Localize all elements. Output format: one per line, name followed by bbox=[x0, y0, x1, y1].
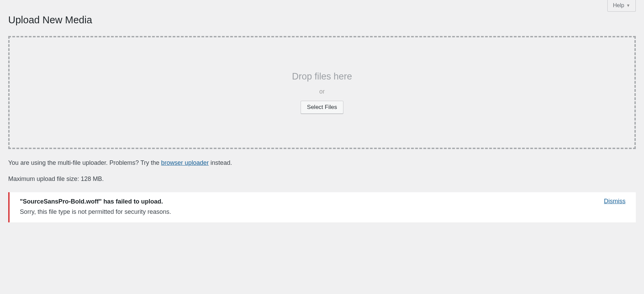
file-dropzone[interactable]: Drop files here or Select Files bbox=[8, 36, 636, 149]
help-label: Help bbox=[613, 2, 624, 9]
upload-error-notice: "SourceSansPro-Bold.woff" has failed to … bbox=[8, 192, 636, 222]
max-upload-size: Maximum upload file size: 128 MB. bbox=[8, 175, 636, 183]
info-prefix: You are using the multi-file uploader. P… bbox=[8, 159, 161, 166]
browser-uploader-link[interactable]: browser uploader bbox=[161, 159, 209, 166]
help-tab[interactable]: Help ▼ bbox=[607, 0, 636, 12]
error-title: "SourceSansPro-Bold.woff" has failed to … bbox=[20, 197, 597, 206]
dropzone-or: or bbox=[319, 88, 325, 95]
dismiss-link[interactable]: Dismiss bbox=[604, 198, 626, 205]
select-files-button[interactable]: Select Files bbox=[301, 101, 344, 114]
error-failed-text: has failed to upload. bbox=[102, 198, 163, 205]
error-filename: "SourceSansPro-Bold.woff" bbox=[20, 198, 102, 205]
info-suffix: instead. bbox=[209, 159, 232, 166]
dropzone-instruction: Drop files here bbox=[292, 71, 352, 82]
error-detail: Sorry, this file type is not permitted f… bbox=[20, 207, 597, 217]
chevron-down-icon: ▼ bbox=[626, 3, 630, 8]
uploader-info: You are using the multi-file uploader. P… bbox=[8, 159, 636, 167]
page-title: Upload New Media bbox=[8, 8, 636, 33]
